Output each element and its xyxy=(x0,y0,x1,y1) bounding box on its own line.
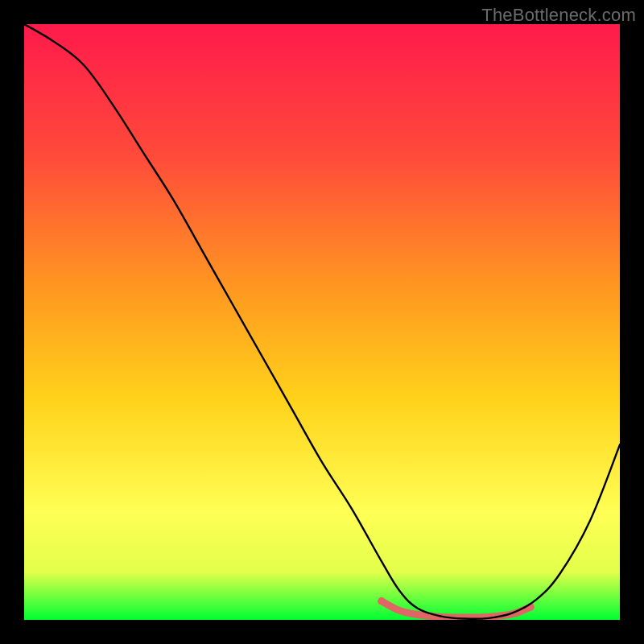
chart-svg xyxy=(24,24,620,620)
watermark-text: TheBottleneck.com xyxy=(481,5,636,26)
gradient-background xyxy=(24,24,620,620)
plot-area xyxy=(24,24,620,620)
optimal-zone-end-dot xyxy=(378,597,386,605)
chart-frame: TheBottleneck.com xyxy=(0,0,644,644)
